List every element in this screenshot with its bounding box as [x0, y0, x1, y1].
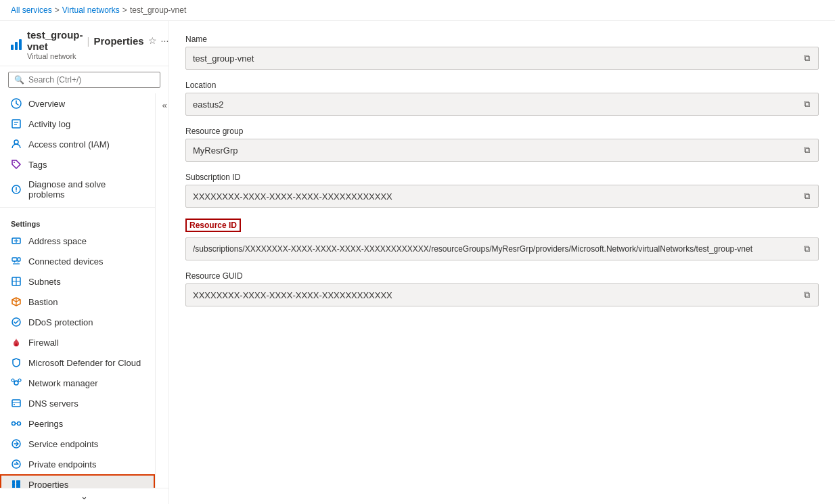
- svg-point-22: [14, 404, 15, 405]
- sidebar-item-peerings[interactable]: Peerings: [0, 413, 155, 434]
- main-content: Name test_group-vnet ⧉ Location eastus2 …: [169, 21, 835, 504]
- property-label-resource-id-wrap: Resource ID: [185, 219, 819, 235]
- peerings-icon: [11, 418, 22, 429]
- property-value-wrap-resource-guid: XXXXXXXX-XXXX-XXXX-XXXX-XXXXXXXXXXXX ⧉: [185, 283, 819, 306]
- azure-logo: [11, 39, 22, 50]
- property-row-resource-group: Resource group MyResrGrp ⧉: [185, 127, 819, 162]
- sidebar-nav: Overview Activity log Access control (IA…: [0, 93, 155, 488]
- copy-resource-guid-button[interactable]: ⧉: [803, 288, 811, 302]
- svg-rect-10: [12, 258, 17, 261]
- svg-point-8: [16, 191, 17, 192]
- resource-type: Virtual network: [27, 52, 168, 60]
- resource-name: test_group-vnet: [27, 29, 83, 52]
- search-input[interactable]: [28, 75, 154, 85]
- svg-point-16: [12, 379, 14, 382]
- private-endpoints-icon: [11, 459, 22, 469]
- sidebar-item-network-manager[interactable]: Network manager: [0, 373, 155, 393]
- property-value-resource-guid: XXXXXXXX-XXXX-XXXX-XXXX-XXXXXXXXXXXX: [193, 290, 797, 300]
- sidebar-header: test_group-vnet | Properties ☆ ··· Virtu…: [0, 21, 168, 66]
- property-label-resource-group: Resource group: [185, 127, 819, 136]
- copy-name-button[interactable]: ⧉: [803, 51, 811, 65]
- property-row-subscription-id: Subscription ID XXXXXXXX-XXXX-XXXX-XXXX-…: [185, 173, 819, 208]
- tags-label: Tags: [28, 160, 47, 170]
- sidebar-item-properties[interactable]: Properties: [0, 474, 155, 488]
- property-value-wrap-subscription-id: XXXXXXXX-XXXX-XXXX-XXXX-XXXXXXXXXXXX ⧉: [185, 185, 819, 208]
- search-box: 🔍: [0, 66, 168, 93]
- svg-rect-11: [18, 258, 20, 261]
- copy-resource-id-button[interactable]: ⧉: [803, 242, 811, 256]
- sidebar-item-address-space[interactable]: Address space: [0, 231, 155, 251]
- sidebar-item-dns[interactable]: DNS servers: [0, 393, 155, 413]
- sidebar-item-overview[interactable]: Overview: [0, 93, 155, 114]
- sidebar-collapse-button[interactable]: «: [161, 99, 168, 112]
- sidebar-item-connected-devices[interactable]: Connected devices: [0, 251, 155, 271]
- diagnose-icon: [11, 184, 22, 195]
- sidebar-item-firewall[interactable]: Firewall: [0, 332, 155, 352]
- property-value-location: eastus2: [193, 99, 797, 110]
- copy-subscription-id-button[interactable]: ⧉: [803, 189, 811, 203]
- overview-label: Overview: [28, 99, 65, 109]
- defender-label: Microsoft Defender for Cloud: [28, 358, 141, 368]
- sidebar-item-access-control[interactable]: Access control (IAM): [0, 134, 155, 154]
- breadcrumb-all-services[interactable]: All services: [11, 5, 52, 15]
- sidebar-item-ddos[interactable]: DDoS protection: [0, 312, 155, 332]
- property-label-resource-guid: Resource GUID: [185, 271, 819, 281]
- svg-point-23: [12, 422, 16, 426]
- peerings-label: Peerings: [28, 419, 63, 429]
- svg-rect-32: [16, 483, 20, 486]
- property-value-wrap-resource-group: MyResrGrp ⧉: [185, 139, 819, 162]
- copy-resource-group-button[interactable]: ⧉: [803, 143, 811, 157]
- more-options-icon[interactable]: ···: [161, 35, 169, 46]
- property-label-subscription-id: Subscription ID: [185, 173, 819, 182]
- property-label-location: Location: [185, 81, 819, 90]
- property-row-resource-id: Resource ID /subscriptions/XXXXXXXX-XXXX…: [185, 219, 819, 260]
- property-value-resource-id: /subscriptions/XXXXXXXX-XXXX-XXXX-XXXX-X…: [193, 244, 797, 254]
- sidebar: test_group-vnet | Properties ☆ ··· Virtu…: [0, 21, 169, 504]
- svg-point-24: [18, 422, 21, 426]
- network-manager-icon: [11, 377, 22, 388]
- sidebar-item-defender[interactable]: Microsoft Defender for Cloud: [0, 352, 155, 373]
- svg-rect-33: [16, 486, 20, 488]
- sidebar-scroll-down[interactable]: ⌄: [0, 488, 168, 504]
- service-endpoints-icon: [11, 438, 22, 449]
- svg-point-5: [14, 162, 15, 163]
- svg-rect-28: [12, 480, 15, 483]
- firewall-icon: [11, 337, 22, 348]
- breadcrumb: All services > Virtual networks > test_g…: [0, 0, 835, 21]
- connected-devices-label: Connected devices: [28, 256, 104, 267]
- sidebar-item-diagnose[interactable]: Diagnose and solve problems: [0, 175, 155, 204]
- dns-icon: [11, 398, 22, 409]
- property-row-resource-guid: Resource GUID XXXXXXXX-XXXX-XXXX-XXXX-XX…: [185, 271, 819, 306]
- defender-icon: [11, 357, 22, 368]
- sidebar-item-subnets[interactable]: Subnets: [0, 271, 155, 292]
- network-manager-label: Network manager: [28, 378, 98, 388]
- properties-title: Properties: [93, 35, 143, 47]
- breadcrumb-virtual-networks[interactable]: Virtual networks: [62, 5, 120, 15]
- property-value-wrap-resource-id: /subscriptions/XXXXXXXX-XXXX-XXXX-XXXX-X…: [185, 237, 819, 260]
- activity-log-label: Activity log: [28, 119, 70, 129]
- properties-icon: [11, 479, 22, 488]
- subnets-label: Subnets: [28, 277, 61, 287]
- overview-icon: [11, 98, 22, 109]
- property-label-resource-id: Resource ID: [185, 219, 241, 232]
- access-control-label: Access control (IAM): [28, 139, 110, 150]
- sidebar-item-bastion[interactable]: Bastion: [0, 292, 155, 312]
- sidebar-item-service-endpoints[interactable]: Service endpoints: [0, 434, 155, 454]
- dns-label: DNS servers: [28, 398, 78, 409]
- sidebar-item-activity-log[interactable]: Activity log: [0, 114, 155, 134]
- sidebar-item-tags[interactable]: Tags: [0, 154, 155, 175]
- svg-rect-20: [12, 400, 20, 407]
- address-space-label: Address space: [28, 236, 87, 246]
- sidebar-item-private-endpoints[interactable]: Private endpoints: [0, 454, 155, 474]
- subnets-icon: [11, 276, 22, 287]
- property-value-resource-group: MyResrGrp: [193, 145, 797, 156]
- copy-location-button[interactable]: ⧉: [803, 97, 811, 111]
- address-space-icon: [11, 235, 22, 246]
- property-value-subscription-id: XXXXXXXX-XXXX-XXXX-XXXX-XXXXXXXXXXXX: [193, 191, 797, 202]
- property-row-location: Location eastus2 ⧉: [185, 81, 819, 116]
- property-row-name: Name test_group-vnet ⧉: [185, 35, 819, 70]
- svg-rect-29: [12, 483, 15, 486]
- firewall-label: Firewall: [28, 338, 59, 348]
- favorite-icon[interactable]: ☆: [148, 35, 157, 46]
- bastion-icon: [11, 296, 22, 307]
